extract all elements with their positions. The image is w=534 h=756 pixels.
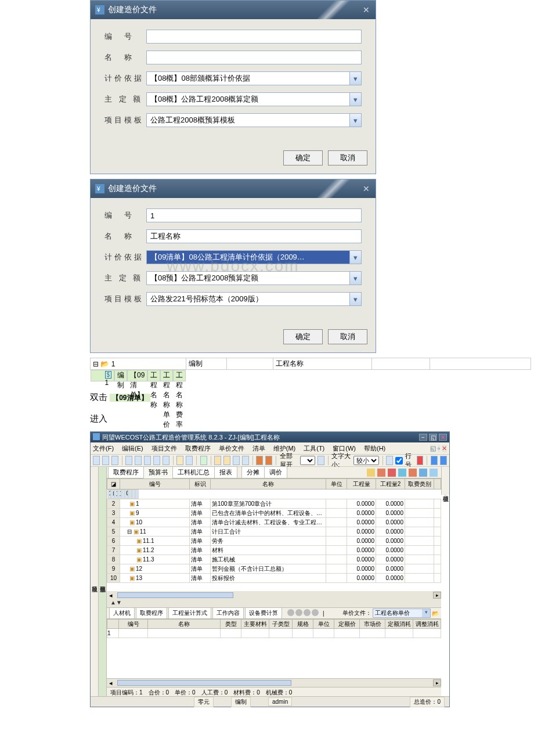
template-select[interactable]: 公路工程2008概预算模板▾ xyxy=(146,113,362,127)
st-icon4[interactable] xyxy=(398,469,406,477)
menu-help[interactable]: 帮助(H) xyxy=(364,444,385,453)
grid-row[interactable]: 7▣11.2清单材料0.00000.0000 xyxy=(107,546,441,555)
menu-list[interactable]: 清单 xyxy=(252,444,265,453)
tb-paste-icon[interactable] xyxy=(144,456,151,465)
fontsize-select[interactable]: 较小 xyxy=(353,456,379,465)
tb-left-icon[interactable] xyxy=(233,456,240,465)
menu-project[interactable]: 项目文件 xyxy=(151,444,177,453)
menu-tool[interactable]: 工具(T) xyxy=(304,444,324,453)
grid-row[interactable]: 8▣11.3清单施工机械0.00000.0000 xyxy=(107,555,441,564)
tab-split[interactable]: 分摊 xyxy=(241,466,265,478)
tb-blue1-icon[interactable] xyxy=(431,456,438,465)
ltab-work[interactable]: 工作内容 xyxy=(212,607,244,619)
grid-row[interactable]: 4▣10清单清单合计减去材料、工程设备、专业工程…0.00000.0000 xyxy=(107,518,441,527)
tb-unlock-icon[interactable] xyxy=(265,456,272,465)
vtab-budget-nav[interactable]: 预算书导航 xyxy=(99,467,107,696)
tb-red-icon[interactable] xyxy=(417,456,424,465)
st-icon2[interactable] xyxy=(377,469,385,477)
vtab-quota-lib[interactable]: 定额库 xyxy=(441,467,449,474)
dot-icon[interactable] xyxy=(295,609,302,616)
main-grid[interactable]: ◪ 编号 标识 名称 单位 工程量 工程量2 取费类别 1⊟ ▣1工程工程名称0… xyxy=(107,478,441,583)
lower-grid[interactable]: 编号 名称 类型 主要材料 子类型 规格 单位 定额价 市场价 定额消耗 调整消… xyxy=(107,619,441,638)
col-qty2[interactable]: 工程量2 xyxy=(376,479,405,489)
tab-report[interactable]: 报表 xyxy=(214,466,237,478)
tree-row[interactable]: ⊟ 📂 1 编制 工程名称 xyxy=(91,358,531,370)
unitprice-file-select[interactable]: 工程名称单价▾ xyxy=(373,609,431,618)
ok-button[interactable]: 确定 xyxy=(283,329,323,344)
vtab-sub-tmpl[interactable]: 分项模板 xyxy=(441,488,449,495)
main-quota-select[interactable]: 【08预】公路工程2008预算定额▾ xyxy=(146,271,362,285)
tab-summary[interactable]: 工料机汇总 xyxy=(172,466,215,478)
collapse-icon[interactable]: ⊟ xyxy=(93,360,99,368)
h-scrollbar-lower[interactable]: ◂ ▸ xyxy=(107,679,441,687)
lcol-unit[interactable]: 单位 xyxy=(313,620,334,629)
col-no[interactable]: 编号 xyxy=(120,479,190,489)
template-select[interactable]: 公路发221号招标范本（2009版）▾ xyxy=(146,292,362,306)
dialog-titlebar[interactable]: ¥ 创建造价文件 ✕ xyxy=(91,179,376,198)
minimize-icon[interactable]: − xyxy=(419,434,427,441)
grid-row[interactable]: 3▣9清单已包含在清单合计中的材料、工程设备、…0.00000.0000 xyxy=(107,509,441,518)
cancel-button[interactable]: 取消 xyxy=(328,329,367,344)
tb-down-icon[interactable] xyxy=(223,456,230,465)
tb-expand-icon[interactable] xyxy=(317,456,324,465)
lcol-subtype[interactable]: 子类型 xyxy=(269,620,293,629)
menu-edit[interactable]: 编辑(E) xyxy=(122,444,143,453)
lcol-duse[interactable]: 定额消耗 xyxy=(385,620,413,629)
basis-select[interactable]: 【08概】08部颁概算计价依据▾ xyxy=(146,71,362,85)
mdi-close-icon[interactable]: ✕ xyxy=(442,445,447,452)
menu-unitprice[interactable]: 单价文件 xyxy=(219,444,244,453)
grid-row[interactable]: 10▣13清单投标报价0.00000.0000 xyxy=(107,574,441,583)
dot-icon[interactable] xyxy=(312,609,319,616)
col-unit[interactable]: 单位 xyxy=(326,479,347,489)
st-clear-icon[interactable] xyxy=(430,469,438,477)
tb-blue2-icon[interactable] xyxy=(440,456,447,465)
st-icon1[interactable] xyxy=(367,469,375,477)
tab-fee[interactable]: 取费程序 xyxy=(108,466,144,478)
lcol-dprice[interactable]: 定额价 xyxy=(334,620,360,629)
scroll-right-icon[interactable]: ▸ xyxy=(433,592,441,599)
ok-button[interactable]: 确定 xyxy=(283,150,323,165)
scroll-left-icon[interactable]: ◂ xyxy=(107,679,115,687)
number-input[interactable] xyxy=(146,208,362,222)
ltab-rcj[interactable]: 人材机 xyxy=(109,607,135,619)
grid-row[interactable]: 9▣12清单暂列金额（不含计日工总额）0.00000.0000 xyxy=(107,564,441,574)
tb-calc-icon[interactable] xyxy=(176,456,183,465)
col-qty1[interactable]: 工程量 xyxy=(347,479,376,489)
lcol-mainmat[interactable]: 主要材料 xyxy=(241,620,269,629)
tb-lock-icon[interactable] xyxy=(256,456,263,465)
grid-row[interactable]: 5⊟ ▣11清单计日工合计0.00000.0000 xyxy=(107,527,441,537)
restore-icon[interactable]: ◱ xyxy=(429,434,437,441)
mdi-restore-icon[interactable]: ◱ xyxy=(430,445,436,452)
scroll-left-icon[interactable]: ◂ xyxy=(107,592,115,599)
name-input[interactable] xyxy=(146,51,362,64)
ltab-fee[interactable]: 取费程序 xyxy=(136,607,167,619)
lcol-spec[interactable]: 规格 xyxy=(293,620,313,629)
close-icon[interactable]: ✕ xyxy=(439,434,447,441)
splitter-handle[interactable]: ▲▼ xyxy=(107,599,441,607)
scroll-thumb[interactable] xyxy=(117,680,291,686)
col-feecat[interactable]: 取费类别 xyxy=(405,479,434,489)
st-icon3[interactable] xyxy=(388,469,396,477)
tb-undo-icon[interactable] xyxy=(153,456,160,465)
menu-fee[interactable]: 取费程序 xyxy=(185,444,211,453)
tab-adjust[interactable]: 调价 xyxy=(264,466,287,478)
tb-open-icon[interactable] xyxy=(93,456,100,465)
grid-row[interactable]: 6▣11.1清单劳务0.00000.0000 xyxy=(107,537,441,546)
lcol-name[interactable]: 名称 xyxy=(148,620,221,629)
tree-row-selected[interactable]: $ 1 编制 【09清单】 工程名称 工程名称单价 工程名称费率 xyxy=(91,370,186,381)
col-rowno[interactable]: ◪ xyxy=(107,479,120,489)
tb-print-icon[interactable] xyxy=(111,456,118,465)
dialog-titlebar[interactable]: ¥ 创建造价文件 ✕ xyxy=(91,1,376,19)
menu-file[interactable]: 文件(F) xyxy=(93,444,114,453)
scroll-right-icon[interactable]: ▸ xyxy=(433,679,441,686)
close-icon[interactable]: ✕ xyxy=(360,183,372,195)
ltab-qty[interactable]: 工程量计算式 xyxy=(168,607,211,619)
number-input[interactable] xyxy=(146,30,362,44)
tb-up-icon[interactable] xyxy=(214,456,221,465)
lcol-type[interactable]: 类型 xyxy=(221,620,241,629)
scroll-thumb[interactable] xyxy=(117,592,233,598)
tb-list-icon[interactable] xyxy=(186,456,193,465)
lower-grid-row[interactable]: 1 xyxy=(107,629,441,638)
col-name[interactable]: 名称 xyxy=(211,479,326,489)
tb-grid-icon[interactable] xyxy=(386,456,393,465)
